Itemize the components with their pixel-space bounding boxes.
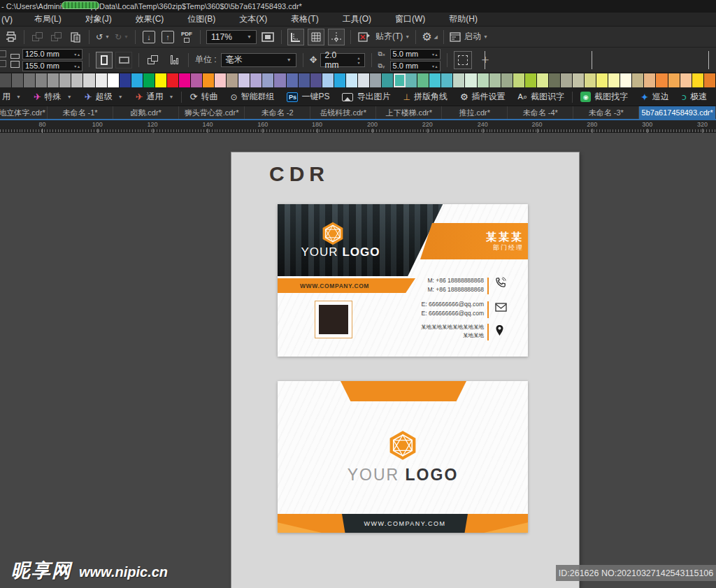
page-height-field[interactable]: 155.0 mm▾ ▴ [22, 61, 83, 71]
color-swatch[interactable] [358, 73, 370, 87]
color-swatch[interactable] [143, 73, 155, 87]
imposition-marks-button[interactable]: ⊥ 拼版角线 [398, 91, 452, 103]
drawing-workspace[interactable]: CDR YOUR LOGO 某某某 部门经理 [0, 133, 716, 588]
treat-as-filled-button[interactable] [454, 51, 472, 69]
all-pages-button[interactable] [145, 52, 161, 69]
color-swatch[interactable] [12, 73, 24, 87]
color-swatch[interactable] [215, 73, 227, 87]
color-swatch[interactable] [417, 73, 429, 87]
color-swatch[interactable] [429, 73, 441, 87]
color-swatch[interactable] [668, 73, 680, 87]
plugin-common-menu[interactable]: 用▼ [0, 91, 26, 103]
business-card-back[interactable]: YOUR LOGO WWW.COMPANY.COM [278, 381, 528, 533]
page-width-field[interactable]: 125.0 mm▾ ▴ [22, 49, 83, 59]
menu-item[interactable]: 对象(J) [73, 13, 124, 25]
color-swatch[interactable] [287, 73, 299, 87]
color-swatch[interactable] [680, 73, 692, 87]
color-swatch[interactable] [250, 73, 262, 87]
plugin-special-menu[interactable]: ✈ 特殊▼ [29, 91, 77, 103]
options-button[interactable]: ⚙◢ [422, 29, 438, 45]
chevron-down-icon[interactable]: ▼ [67, 94, 72, 99]
duplicate-y-field[interactable]: 5.0 mm▾ ▴ [390, 61, 441, 71]
color-swatch[interactable] [549, 73, 561, 87]
color-swatch[interactable] [573, 73, 585, 87]
color-swatch[interactable] [478, 73, 489, 87]
zoom-level-combobox[interactable]: 117% ▼ [206, 30, 257, 44]
show-rulers-toggle[interactable] [287, 29, 304, 45]
color-swatch[interactable] [108, 73, 120, 87]
horizontal-ruler[interactable]: 80100120140160180200220240260280300320 [0, 120, 716, 133]
color-swatch[interactable] [262, 73, 274, 87]
one-key-ps-button[interactable]: Ps 一键PS [282, 91, 334, 103]
export-button[interactable]: ↑ [160, 29, 176, 45]
document-tab[interactable]: 卤鹅.cdr* [113, 106, 179, 119]
business-card-front[interactable]: YOUR LOGO 某某某 部门经理 WWW.COMPANY.COM M: +8… [278, 204, 528, 357]
document-tab[interactable]: 未命名 -3* [573, 106, 639, 119]
color-swatch[interactable] [394, 73, 406, 87]
chevron-down-icon[interactable]: ▼ [247, 34, 252, 39]
color-swatch[interactable] [203, 73, 215, 87]
document-tab[interactable]: 推拉.cdr* [442, 106, 508, 119]
publish-pdf-button[interactable]: PDF [179, 29, 194, 45]
document-tab[interactable]: 岳锐科技.cdr* [310, 106, 376, 119]
full-screen-preview-button[interactable] [260, 29, 275, 45]
menu-item[interactable]: 效果(C) [124, 13, 176, 25]
document-tab[interactable]: 未命名 -4* [508, 106, 573, 119]
color-swatch[interactable] [489, 73, 501, 87]
cut-button[interactable] [30, 29, 45, 45]
color-swatch[interactable] [465, 73, 477, 87]
duplicate-x-field[interactable]: 5.0 mm▾ ▴ [390, 49, 441, 59]
show-guidelines-toggle[interactable] [328, 29, 345, 45]
color-swatch[interactable] [238, 73, 250, 87]
color-swatch[interactable] [71, 73, 83, 87]
document-tab[interactable]: 上下楼梯.cdr* [376, 106, 442, 119]
color-swatch[interactable] [227, 73, 238, 87]
color-swatch[interactable] [48, 73, 59, 87]
convert-to-curves-button[interactable]: ⟳ 转曲 [185, 91, 222, 103]
color-swatch[interactable] [692, 73, 704, 87]
color-swatch[interactable] [656, 73, 668, 87]
color-swatch[interactable] [167, 73, 179, 87]
print-button[interactable] [3, 29, 18, 45]
document-tab[interactable]: 狮头背心袋.cdr* [179, 106, 245, 119]
document-tab[interactable]: 5b7a617458493.cdr* [639, 106, 716, 119]
color-swatch[interactable] [310, 73, 322, 87]
color-swatch[interactable] [274, 73, 286, 87]
chevron-down-icon[interactable]: ▼ [405, 34, 410, 39]
color-swatch[interactable] [596, 73, 608, 87]
color-swatch[interactable] [334, 73, 346, 87]
spinner-icon[interactable]: ▴▾ [358, 55, 360, 65]
smart-group-button[interactable]: ⊙ 智能群组 [225, 91, 279, 103]
color-swatch[interactable] [120, 73, 131, 87]
color-swatch[interactable] [441, 73, 453, 87]
portrait-button[interactable] [96, 52, 113, 69]
color-swatch[interactable] [537, 73, 549, 87]
color-swatch[interactable] [620, 73, 632, 87]
units-select[interactable]: 毫米 ▼ [221, 53, 296, 67]
export-image-button[interactable]: 导出图片 [337, 91, 395, 103]
menu-item[interactable]: 表格(T) [279, 13, 330, 25]
color-swatch[interactable] [585, 73, 596, 87]
copy-button[interactable] [49, 29, 64, 45]
color-swatch[interactable] [96, 73, 108, 87]
nudge-distance-field[interactable]: 2.0 mm ▴▾ [320, 53, 365, 67]
chevron-down-icon[interactable]: ▼ [287, 57, 292, 62]
color-swatch[interactable] [83, 73, 95, 87]
color-swatch[interactable] [453, 73, 465, 87]
spinner-icon[interactable]: ▾ ▴ [74, 52, 80, 57]
document-tab[interactable]: 营基地立体字.cdr* [0, 106, 48, 119]
color-swatch[interactable] [704, 73, 716, 87]
color-swatch[interactable] [513, 73, 525, 87]
menu-item[interactable]: 文本(X) [227, 13, 279, 25]
menu-item[interactable]: 工具(O) [331, 13, 383, 25]
undo-button[interactable]: ↺▼ [95, 29, 110, 45]
color-swatch[interactable] [644, 73, 656, 87]
chevron-down-icon[interactable]: ▼ [16, 94, 21, 99]
landscape-button[interactable] [115, 52, 132, 69]
plugin-general-menu[interactable]: ✈ 通用▼ [131, 91, 179, 103]
plugin-settings-button[interactable]: ⚙ 插件设置 [455, 91, 510, 103]
spinner-icon[interactable]: ▾ ▴ [432, 64, 438, 69]
chevron-down-icon[interactable]: ▼ [118, 94, 123, 99]
color-swatch[interactable] [0, 73, 12, 87]
menu-item[interactable]: 帮助(H) [437, 13, 489, 25]
